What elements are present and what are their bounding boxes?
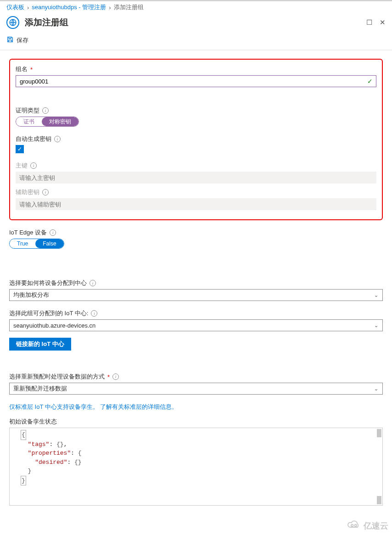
reprovision-policy-field: 选择重新预配时处理设备数据的方式 * i 重新预配并迁移数据 ⌄ (9, 373, 383, 395)
page-title: 添加注册组 (25, 17, 366, 28)
breadcrumb: 仪表板 › seanyuiothubdps - 管理注册 › 添加注册组 (0, 1, 392, 13)
required-indicator: * (107, 373, 110, 380)
primary-key-field: 主键 i (16, 162, 376, 184)
save-button[interactable]: 保存 (17, 36, 28, 45)
toolbar: 保存 (0, 33, 392, 50)
attestation-type-field: 证明类型 i 证书 对称密钥 (16, 106, 376, 127)
breadcrumb-current: 添加注册组 (114, 3, 144, 11)
checkmark-icon: ✓ (367, 78, 373, 85)
tier-hint-text: 仅标准层 IoT 中心支持设备孪生。 (9, 403, 99, 410)
info-icon[interactable]: i (42, 107, 49, 114)
secondary-key-input (16, 198, 376, 210)
svg-point-2 (355, 524, 357, 527)
autogen-label: 自动生成密钥 (16, 135, 51, 143)
attestation-option-symmetric-key[interactable]: 对称密钥 (42, 117, 78, 126)
info-icon[interactable]: i (91, 310, 97, 317)
svg-point-1 (351, 524, 353, 527)
close-icon[interactable]: ✕ (380, 18, 386, 27)
breadcrumb-resource[interactable]: seanyuiothubdps - 管理注册 (32, 3, 106, 11)
info-icon[interactable]: i (50, 229, 56, 236)
tier-hint-link[interactable]: 了解有关标准层的详细信息。 (100, 403, 178, 410)
page-header: 添加注册组 ☐ ✕ (0, 13, 392, 33)
group-name-input[interactable] (16, 75, 376, 87)
chevron-right-icon: › (27, 4, 29, 11)
highlight-region: 组名 * ✓ 证明类型 i 证书 对称密钥 自动生成密钥 i (9, 59, 383, 220)
iot-edge-toggle[interactable]: True False (9, 239, 64, 249)
chevron-right-icon: › (109, 4, 111, 11)
primary-key-label: 主键 (16, 162, 28, 170)
primary-key-input (16, 172, 376, 184)
attestation-option-certificate[interactable]: 证书 (16, 117, 42, 126)
globe-icon (6, 16, 19, 29)
cloud-icon (347, 519, 361, 532)
attestation-label: 证明类型 (16, 106, 39, 115)
group-name-label: 组名 (16, 65, 28, 73)
chevron-down-icon: ⌄ (374, 323, 378, 329)
allocation-label: 选择要如何将设备分配到中心 (9, 279, 87, 287)
iothub-select-field: 选择此组可分配到的 IoT 中心: i seanyuiothub.azure-d… (9, 309, 383, 331)
iot-edge-field: IoT Edge 设备 i True False (9, 228, 383, 249)
group-name-field: 组名 * ✓ (16, 65, 376, 87)
allocation-select[interactable]: 均衡加权分布 (9, 289, 383, 301)
info-icon[interactable]: i (54, 136, 61, 142)
tier-hint: 仅标准层 IoT 中心支持设备孪生。 了解有关标准层的详细信息。 (9, 403, 383, 411)
restore-window-icon[interactable]: ☐ (366, 18, 372, 27)
reprovision-label: 选择重新预配时处理设备数据的方式 (9, 373, 105, 381)
iothub-select-label: 选择此组可分配到的 IoT 中心: (9, 309, 88, 318)
info-icon[interactable]: i (42, 189, 49, 195)
attestation-toggle[interactable]: 证书 对称密钥 (16, 117, 79, 127)
secondary-key-label: 辅助密钥 (16, 188, 39, 196)
autogen-checkbox[interactable]: ✓ (16, 145, 24, 153)
info-icon[interactable]: i (30, 162, 37, 169)
watermark: 亿速云 (347, 519, 388, 532)
reprovision-select[interactable]: 重新预配并迁移数据 (9, 383, 383, 395)
autogen-keys-field: 自动生成密钥 i ✓ (16, 135, 376, 153)
chevron-down-icon: ⌄ (374, 292, 378, 298)
save-icon[interactable] (6, 36, 14, 45)
required-indicator: * (30, 66, 33, 73)
twin-state-label: 初始设备孪生状态 (9, 418, 57, 426)
allocation-policy-field: 选择要如何将设备分配到中心 i 均衡加权分布 ⌄ (9, 279, 383, 301)
info-icon[interactable]: i (112, 373, 119, 380)
iot-edge-option-false[interactable]: False (35, 239, 63, 248)
link-new-iot-hub-button[interactable]: 链接新的 IoT 中心 (9, 338, 71, 351)
twin-state-editor[interactable]: { "tags": {}, "properties": { "desired":… (9, 428, 383, 506)
scrollbar-thumb[interactable] (377, 496, 381, 504)
secondary-key-field: 辅助密钥 i (16, 188, 376, 210)
info-icon[interactable]: i (90, 280, 96, 286)
chevron-down-icon: ⌄ (374, 386, 378, 392)
breadcrumb-dashboard[interactable]: 仪表板 (6, 3, 24, 11)
iothub-select[interactable]: seanyuiothub.azure-devices.cn (9, 319, 383, 331)
iot-edge-label: IoT Edge 设备 (9, 228, 47, 237)
scrollbar-thumb[interactable] (377, 429, 381, 437)
watermark-text: 亿速云 (364, 520, 388, 531)
initial-twin-state-field: 初始设备孪生状态 { "tags": {}, "properties": { "… (9, 418, 383, 506)
iot-edge-option-true[interactable]: True (10, 239, 35, 248)
